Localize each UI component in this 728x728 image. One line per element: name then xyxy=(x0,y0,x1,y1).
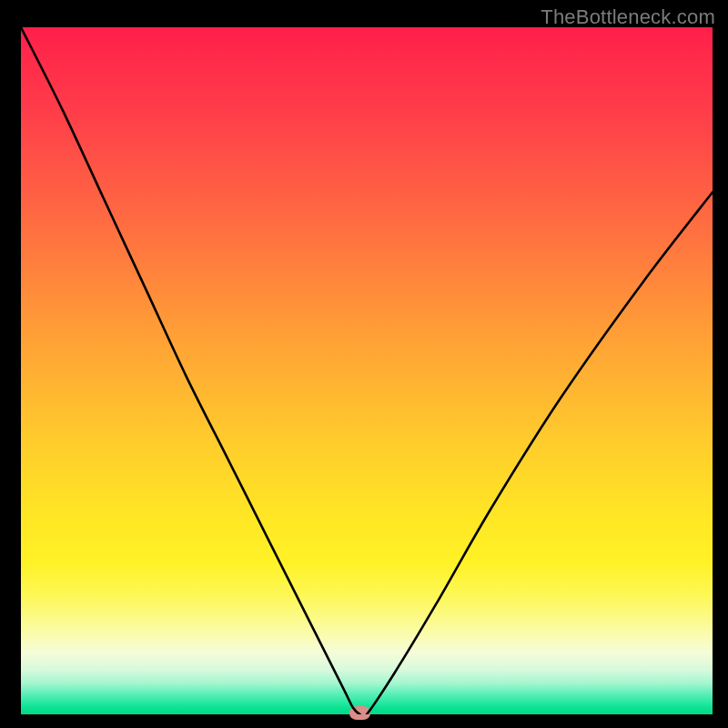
bottleneck-curve xyxy=(21,27,713,714)
watermark-text: TheBottleneck.com xyxy=(541,5,715,29)
curve-path xyxy=(21,27,713,714)
plot-area xyxy=(21,27,713,714)
chart-frame: TheBottleneck.com xyxy=(0,0,728,728)
